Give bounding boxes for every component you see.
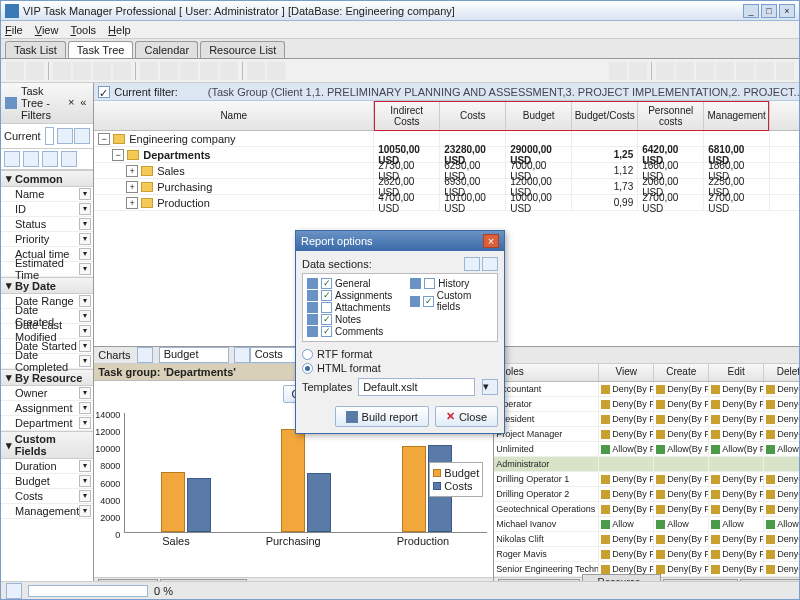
perm-role[interactable]: Michael Ivanov	[494, 517, 599, 531]
perm-role[interactable]: Operator	[494, 397, 599, 411]
tb-r7[interactable]	[736, 62, 754, 80]
perm-col[interactable]: Edit	[709, 364, 764, 381]
tb-8[interactable]	[160, 62, 178, 80]
perm-cell[interactable]: Deny(By Parent)	[599, 532, 654, 546]
tb-r3[interactable]	[656, 62, 674, 80]
tb-r8[interactable]	[756, 62, 774, 80]
filter-item[interactable]: Costs▾	[1, 489, 93, 504]
btab[interactable]: Resource Assignment	[582, 574, 661, 582]
perm-cell[interactable]: Deny(By Parent)	[654, 427, 709, 441]
perm-cell[interactable]: Deny(By Parent)	[764, 397, 799, 411]
filter-group[interactable]: ▾Custom Fields	[1, 431, 93, 459]
perm-cell[interactable]: Deny(By Parent)	[764, 487, 799, 501]
perm-role[interactable]: Roger Mavis	[494, 547, 599, 561]
col-header[interactable]: Costs	[440, 101, 506, 130]
filter-item[interactable]: Owner▾	[1, 386, 93, 401]
tab-task-list[interactable]: Task List	[5, 41, 66, 58]
filter-item[interactable]: Date Completed▾	[1, 354, 93, 369]
perm-cell[interactable]	[599, 457, 654, 471]
section-checkbox[interactable]: ✓Comments	[307, 326, 392, 337]
template-dd[interactable]: ▾	[482, 379, 498, 395]
perm-cell[interactable]: Allow	[764, 517, 799, 531]
charts-collapse[interactable]	[137, 347, 153, 363]
menu-help[interactable]: Help	[108, 24, 131, 36]
minimize-button[interactable]: _	[743, 4, 759, 18]
perm-cell[interactable]: Deny(By Parent)	[599, 547, 654, 561]
perm-cell[interactable]: Deny(By Parent)	[654, 547, 709, 561]
view-btn-1[interactable]	[464, 257, 480, 271]
tree-node[interactable]: −Engineering company	[94, 131, 374, 146]
tb-6[interactable]	[113, 62, 131, 80]
perm-cell[interactable]: Deny(By Parent)	[764, 547, 799, 561]
status-btn[interactable]	[6, 583, 22, 599]
perm-cell[interactable]: Deny(By Parent)	[709, 502, 764, 516]
tab-calendar[interactable]: Calendar	[135, 41, 198, 58]
col-header[interactable]: Name	[94, 101, 374, 130]
filter-group[interactable]: ▾By Resource	[1, 369, 93, 386]
perm-cell[interactable]: Deny(By Parent)	[654, 502, 709, 516]
tb-2[interactable]	[26, 62, 44, 80]
perm-cell[interactable]: Deny(By Parent)	[764, 427, 799, 441]
tb-7[interactable]	[140, 62, 158, 80]
perm-cell[interactable]: Deny(By Parent)	[764, 412, 799, 426]
template-select[interactable]: Default.xslt	[358, 378, 475, 396]
filter-btn-2[interactable]	[74, 128, 90, 144]
perm-cell[interactable]: Deny(By Parent)	[709, 382, 764, 396]
perm-cell[interactable]: Allow(By Parent)	[599, 442, 654, 456]
perm-role[interactable]: Administrator	[494, 457, 599, 471]
perm-cell[interactable]	[654, 457, 709, 471]
tb-r5[interactable]	[696, 62, 714, 80]
filter-group[interactable]: ▾Common	[1, 170, 93, 187]
dialog-close-button[interactable]: ×	[483, 234, 499, 248]
perm-cell[interactable]: Deny(By Parent)	[654, 397, 709, 411]
filter-tb-1[interactable]	[4, 151, 20, 167]
filter-item[interactable]: ID▾	[1, 202, 93, 217]
perm-cell[interactable]: Deny(By Parent)	[764, 562, 799, 576]
filter-tb-2[interactable]	[23, 151, 39, 167]
perm-cell[interactable]: Deny(By Parent)	[599, 412, 654, 426]
perm-cell[interactable]	[764, 457, 799, 471]
perm-role[interactable]: Drilling Operator 2	[494, 487, 599, 501]
section-checkbox[interactable]: ✓Custom fields	[410, 290, 493, 312]
tree-node[interactable]: +Purchasing	[94, 179, 374, 194]
col-header[interactable]: Budget	[506, 101, 572, 130]
tb-9[interactable]	[180, 62, 198, 80]
filter-item[interactable]: Department▾	[1, 416, 93, 431]
perm-cell[interactable]: Deny(By Parent)	[654, 412, 709, 426]
tb-13[interactable]	[267, 62, 285, 80]
menu-file[interactable]: File	[5, 24, 23, 36]
section-checkbox[interactable]: ✓Assignments	[307, 290, 392, 301]
col-header[interactable]: Indirect Costs	[374, 101, 440, 130]
filter-group[interactable]: ▾By Date	[1, 277, 93, 294]
filter-tb-4[interactable]	[61, 151, 77, 167]
section-checkbox[interactable]: ✓General	[307, 278, 392, 289]
perm-cell[interactable]: Deny(By Parent)	[709, 412, 764, 426]
perm-role[interactable]: Geotechnical Operations Manager	[494, 502, 599, 516]
perm-role[interactable]: Project Manager	[494, 427, 599, 441]
perm-cell[interactable]: Deny(By Parent)	[599, 382, 654, 396]
filter-item[interactable]: Budget▾	[1, 474, 93, 489]
tb-r6[interactable]	[716, 62, 734, 80]
section-checkbox[interactable]: Attachments	[307, 302, 392, 313]
perm-cell[interactable]: Deny(By Parent)	[709, 397, 764, 411]
tb-r2[interactable]	[629, 62, 647, 80]
maximize-button[interactable]: □	[761, 4, 777, 18]
tree-node[interactable]: −Departments	[94, 147, 374, 162]
perm-role[interactable]: Drilling Operator 1	[494, 472, 599, 486]
col-header[interactable]: Personnel costs	[638, 101, 704, 130]
menu-view[interactable]: View	[35, 24, 59, 36]
tb-1[interactable]	[6, 62, 24, 80]
build-report-button[interactable]: Build report	[335, 406, 429, 427]
filter-item[interactable]: Date Last Modified▾	[1, 324, 93, 339]
tree-node[interactable]: +Production	[94, 195, 374, 210]
filter-btn-1[interactable]	[57, 128, 73, 144]
perm-role[interactable]: Nikolas Clift	[494, 532, 599, 546]
filter-item[interactable]: Estimated Time▾	[1, 262, 93, 277]
perm-cell[interactable]: Allow	[654, 517, 709, 531]
filter-item[interactable]: Priority▾	[1, 232, 93, 247]
filter-item[interactable]: Status▾	[1, 217, 93, 232]
tb-4[interactable]	[73, 62, 91, 80]
tree-node[interactable]: +Sales	[94, 163, 374, 178]
tb-12[interactable]	[247, 62, 265, 80]
tb-r4[interactable]	[676, 62, 694, 80]
